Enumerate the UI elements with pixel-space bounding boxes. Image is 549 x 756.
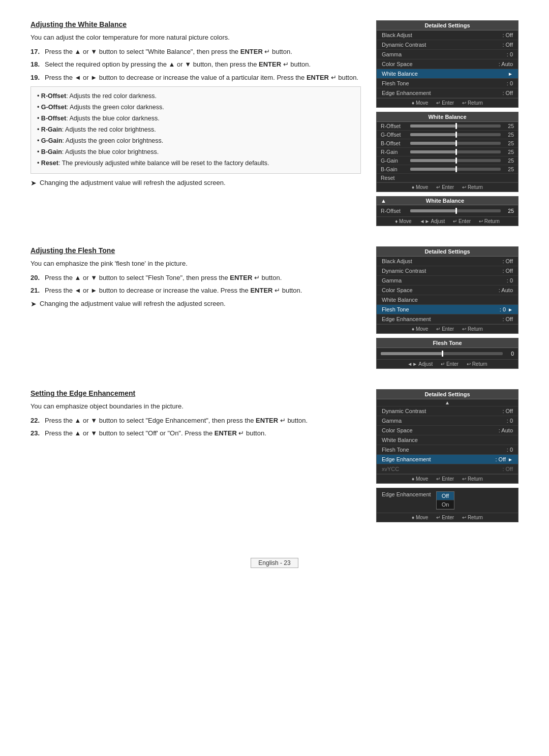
- note-item-b-gain: B-Gain: Adjusts the blue color brightnes…: [37, 147, 354, 157]
- step-18-num: 18.: [30, 59, 42, 70]
- panel-ft-row-edge-enhancement: Edge Enhancement : Off: [377, 314, 518, 324]
- panel-ft-row-black-adjust: Black Adjust : Off: [377, 257, 518, 266]
- panel-detailed-settings-ee: Detailed Settings ▲ Dynamic Contrast : O…: [376, 389, 518, 484]
- note-item-b-offset: B-Offset: Adjusts the blue color darknes…: [37, 113, 354, 123]
- panel-title-detailed-settings-ee: Detailed Settings: [377, 390, 518, 399]
- panel-footer-ee-dropdown: ♦ Move ↵ Enter ↩ Return: [377, 513, 518, 522]
- intro-flesh-tone: You can emphasize the pink 'flesh tone' …: [30, 259, 361, 269]
- panel-footer-1: ♦ Move ↵ Enter ↩ Return: [377, 98, 518, 107]
- note-item-reset: Reset: The previously adjusted white bal…: [37, 158, 354, 168]
- arrow-note-text: Changing the adjustment value will refre…: [40, 178, 226, 188]
- panel-title-wb-sliders: White Balance: [377, 112, 518, 122]
- panel-title-flesh-tone: Flesh Tone: [377, 338, 518, 348]
- page-footer: English - 23: [30, 558, 518, 568]
- wb-slider-g-gain: [410, 159, 501, 162]
- arrow-note-white-balance: ➤ Changing the adjustment value will ref…: [30, 178, 361, 188]
- intro-white-balance: You can adjust the color temperature for…: [30, 33, 361, 43]
- step-19-num: 19.: [30, 73, 42, 83]
- ee-option-on[interactable]: On: [437, 500, 454, 509]
- step-17: 17. Press the ▲ or ▼ button to select "W…: [30, 47, 361, 57]
- panel-ee-row-gamma: Gamma : 0: [377, 416, 518, 426]
- step-17-text: Press the ▲ or ▼ button to select "White…: [45, 47, 361, 57]
- step-22-text: Press the ▲ or ▼ button to select "Edge …: [45, 416, 361, 426]
- heading-flesh-tone: Adjusting the Flesh Tone: [30, 246, 361, 255]
- ee-dropdown-row: Edge Enhancement Off On: [377, 488, 518, 513]
- panel-row-black-adjust: Black Adjust : Off: [377, 30, 518, 40]
- panel-footer-wb: ♦ Move ↵ Enter ↩ Return: [377, 182, 518, 192]
- wb-row-b-gain: B-Gain 25: [377, 165, 518, 174]
- panel-row-flesh-tone: Flesh Tone : 0: [377, 79, 518, 88]
- wb-row-g-offset: G-Offset 25: [377, 131, 518, 139]
- panel-row-edge-enhancement: Edge Enhancement : Off: [377, 88, 518, 98]
- step-21: 21. Press the ◄ or ► button to decrease …: [30, 286, 361, 296]
- ft-slider-row: 0: [377, 348, 518, 359]
- wb-slider-r-gain: [410, 150, 501, 153]
- panel-ft-row-flesh-tone-highlighted: Flesh Tone : 0 ►: [377, 305, 518, 314]
- panel-wb-adjust: ▲ White Balance R-Offset 25 ♦ Move ◄► Ad…: [376, 196, 518, 226]
- panel-title-detailed-settings-wb: Detailed Settings: [377, 21, 518, 30]
- section-flesh-tone-text: Adjusting the Flesh Tone You can emphasi…: [30, 246, 361, 369]
- step-19: 19. Press the ◄ or ► button to decrease …: [30, 73, 361, 83]
- ee-option-off[interactable]: Off: [437, 492, 454, 500]
- footer-badge: English - 23: [251, 558, 298, 568]
- arrow-note-flesh-tone-text: Changing the adjustment value will refre…: [40, 299, 226, 309]
- panel-row-white-balance-highlighted: White Balance ►: [377, 69, 518, 79]
- wb-row-r-offset: R-Offset 25: [377, 122, 518, 131]
- panel-footer-wb-adjust: ♦ Move ◄► Adjust ↵ Enter ↩ Return: [377, 216, 518, 226]
- note-box-white-balance: R-Offset: Adjusts the red color darkness…: [30, 86, 361, 174]
- panel-footer-ft-slider: ◄► Adjust ↵ Enter ↩ Return: [377, 359, 518, 368]
- single-slider-label: R-Offset: [381, 208, 407, 214]
- wb-slider-b-gain: [410, 168, 501, 171]
- section-white-balance-images: Detailed Settings Black Adjust : Off Dyn…: [376, 20, 518, 226]
- arrow-symbol-2: ➤: [30, 299, 37, 309]
- panel-ee-row-white-balance: White Balance: [377, 435, 518, 445]
- panel-ee-row-flesh-tone: Flesh Tone : 0: [377, 445, 518, 455]
- step-18-text: Select the required option by pressing t…: [45, 59, 361, 70]
- section-flesh-tone: Adjusting the Flesh Tone You can emphasi…: [30, 246, 518, 369]
- arrow-symbol: ➤: [30, 178, 37, 188]
- step-23-num: 23.: [30, 428, 42, 438]
- single-slider-track: [410, 209, 501, 212]
- step-22-num: 22.: [30, 416, 42, 426]
- step-20-text: Press the ▲ or ▼ button to select "Flesh…: [45, 273, 361, 283]
- panel-flesh-tone-slider: Flesh Tone 0 ◄► Adjust ↵ Enter ↩ Return: [376, 338, 518, 369]
- heading-white-balance: Adjusting the White Balance: [30, 20, 361, 28]
- ft-slider-value: 0: [506, 351, 514, 357]
- arrow-note-flesh-tone: ➤ Changing the adjustment value will ref…: [30, 299, 361, 309]
- step-23-text: Press the ▲ or ▼ button to select "Off' …: [45, 428, 361, 438]
- panel-footer-ee-detailed: ♦ Move ↵ Enter ↩ Return: [377, 474, 518, 483]
- note-item-g-gain: G-Gain: Adjusts the green color brightne…: [37, 136, 354, 146]
- wb-row-g-gain: G-Gain 25: [377, 156, 518, 165]
- panel-footer-ft-detailed: ♦ Move ↵ Enter ↩ Return: [377, 324, 518, 333]
- panel-ee-row-color-space: Color Space : Auto: [377, 426, 518, 435]
- panel-row-color-space: Color Space : Auto: [377, 59, 518, 69]
- step-20-num: 20.: [30, 273, 42, 283]
- ee-dropdown-options: Off On: [436, 491, 455, 510]
- panel-title-detailed-settings-ft: Detailed Settings: [377, 247, 518, 257]
- ft-slider-track: [381, 352, 503, 355]
- wb-row-b-offset: B-Offset 25: [377, 139, 518, 148]
- panel-wb-adjust-header: ▲ White Balance: [377, 197, 518, 205]
- step-18: 18. Select the required option by pressi…: [30, 59, 361, 70]
- section-flesh-tone-images: Detailed Settings Black Adjust : Off Dyn…: [376, 246, 518, 369]
- intro-edge-enhancement: You can emphasize object boundaries in t…: [30, 401, 361, 412]
- panel-ee-row-edge-enhancement-highlighted: Edge Enhancement : Off ►: [377, 455, 518, 464]
- step-23: 23. Press the ▲ or ▼ button to select "O…: [30, 428, 361, 438]
- note-item-r-gain: R-Gain: Adjusts the red color brightness…: [37, 124, 354, 135]
- section-edge-enhancement-text: Setting the Edge Enhancement You can emp…: [30, 389, 361, 522]
- panel-detailed-settings-ft: Detailed Settings Black Adjust : Off Dyn…: [376, 246, 518, 334]
- panel-wb-adjust-row: R-Offset 25: [377, 205, 518, 216]
- step-20: 20. Press the ▲ or ▼ button to select "F…: [30, 273, 361, 283]
- wb-slider-r-offset: [410, 124, 501, 128]
- step-17-num: 17.: [30, 47, 42, 57]
- panel-ee-row-xvycc: xvYCC : Off: [377, 464, 518, 474]
- step-21-text: Press the ◄ or ► button to decrease or i…: [45, 286, 361, 296]
- panel-ee-row-up-arrow: ▲: [377, 399, 518, 406]
- step-22: 22. Press the ▲ or ▼ button to select "E…: [30, 416, 361, 426]
- wb-row-reset: Reset: [377, 174, 518, 182]
- panel-wb-sliders: White Balance R-Offset 25 G-Offset 25: [376, 112, 518, 192]
- wb-row-r-gain: R-Gain 25: [377, 148, 518, 156]
- panel-ft-row-white-balance: White Balance: [377, 295, 518, 305]
- wb-slider-g-offset: [410, 133, 501, 136]
- section-white-balance-text: Adjusting the White Balance You can adju…: [30, 20, 361, 226]
